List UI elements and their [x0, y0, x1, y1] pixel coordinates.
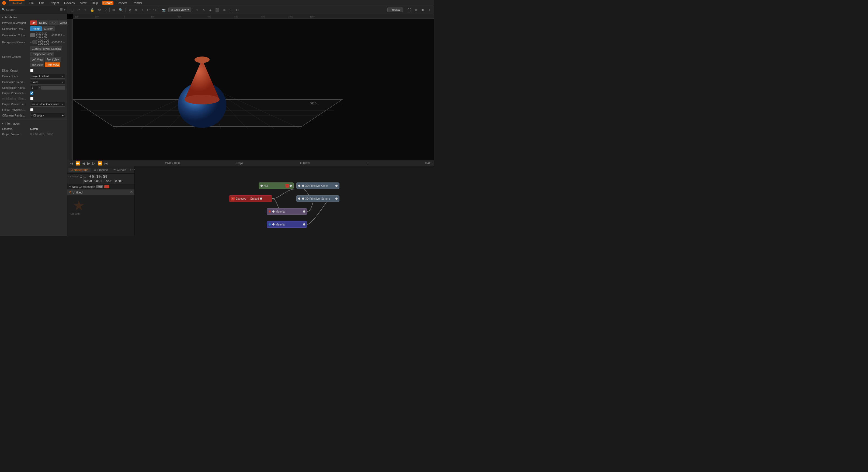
colour-space-dropdown[interactable]: Project Default ▾ — [30, 74, 65, 78]
menu-render[interactable]: Render — [131, 1, 143, 5]
toolbar-stats-btn[interactable]: ≋ — [222, 7, 227, 12]
composition-alpha-input[interactable] — [30, 86, 38, 90]
composition-res-label: Composition Res... — [2, 28, 29, 30]
toolbar-render-btn[interactable]: ◈ — [208, 7, 213, 12]
toolbar-fullscreen-btn[interactable]: ⛶ — [406, 7, 412, 12]
composition-alpha-bar[interactable] — [41, 86, 65, 90]
menu-devices[interactable]: Devices — [63, 1, 76, 5]
viewport-canvas[interactable]: GRID... — [73, 19, 434, 160]
playback-back-btn[interactable]: ◀ — [82, 161, 85, 166]
menu-edit[interactable]: Edit — [38, 1, 45, 5]
playback-play-btn[interactable]: ▶ — [87, 161, 90, 166]
node-null[interactable]: Null — — [259, 182, 293, 189]
camera-left-button[interactable]: Left View — [30, 57, 44, 62]
ruler-left: 100 200 300 400 — [67, 19, 73, 160]
toolbar-extra-btn[interactable]: ⊡ — [235, 7, 240, 12]
node-material2[interactable]: Material — [267, 221, 307, 228]
res-project-button[interactable]: Project — [30, 26, 42, 31]
node-cone[interactable]: 3D Primitive: Cone — [296, 182, 339, 189]
menu-create[interactable]: Create — [102, 1, 114, 5]
3d-viewport[interactable]: -200 -100 0 100 200 400 600 800 1000 120… — [67, 14, 434, 160]
toolbar-btn-2[interactable]: ↩ — [76, 7, 81, 12]
res-custom-button[interactable]: Custom — [42, 26, 55, 31]
filter-icon[interactable]: ▾ — [64, 8, 65, 11]
toolbar-display-btn[interactable]: ⬛ — [214, 7, 220, 12]
colour-space-value[interactable]: Project Default ▾ — [30, 74, 65, 78]
node-embed[interactable]: + Exposed → Embed — [229, 195, 272, 202]
search-options-button[interactable]: ☰ — [60, 8, 63, 11]
playback-next-frame-btn[interactable]: ▷ — [92, 161, 95, 166]
project-tab[interactable]: Untitled — [9, 0, 25, 6]
toolbar-grid-btn[interactable]: ⊞ — [195, 7, 199, 12]
playback-start-btn[interactable]: ⏮ — [69, 161, 73, 166]
camera-perspective-button[interactable]: Perspective View — [30, 52, 54, 57]
output-render-layer-dropdown[interactable]: No - Output Composite ▾ — [30, 102, 65, 107]
dither-output-checkbox[interactable] — [30, 69, 33, 72]
colour-space-selected: Project Default — [32, 75, 49, 78]
composite-blend-dropdown[interactable]: Solid ▾ — [30, 80, 65, 85]
playback-end-btn[interactable]: ⏭ — [104, 161, 108, 166]
toolbar-scale-btn[interactable]: ↕ — [141, 7, 144, 12]
toolbar-rotate-btn[interactable]: ↺ — [134, 7, 139, 12]
attributes-section-header[interactable]: ▼ Attributes — [0, 14, 67, 20]
embed-plus-btn[interactable]: + — [231, 197, 235, 200]
project-version-text: 0.9.99.478 : DEV — [30, 133, 53, 136]
preview-alpha-button[interactable]: Alpha — [58, 21, 67, 25]
node-sphere[interactable]: 3D Primitive: Sphere — [296, 195, 339, 202]
flip-polygon-checkbox[interactable] — [30, 108, 33, 111]
preview-rgba-button[interactable]: RGBA — [37, 21, 48, 25]
toolbar-vr-btn[interactable]: ⬡ — [228, 7, 233, 12]
search-input[interactable] — [6, 8, 59, 11]
information-section-header[interactable]: ▼ Information — [0, 121, 67, 126]
antialiasing-blend-checkbox[interactable] — [30, 97, 33, 100]
add-composition-row[interactable]: + New Composition Null — — [67, 184, 134, 190]
toolbar-light-btn[interactable]: ☀ — [201, 7, 206, 12]
composition-colour-swatch[interactable] — [30, 33, 35, 37]
toolbar-select-btn[interactable]: 🔍 — [118, 7, 124, 12]
offscreen-render-dropdown[interactable]: <Choose> ▾ — [30, 113, 65, 118]
camera-orbit-button[interactable]: Orbit View — [45, 62, 60, 67]
output-premultiplied-checkbox[interactable] — [30, 92, 33, 95]
toolbar-btn-3[interactable]: ↪ — [83, 7, 88, 12]
add-composition-icon[interactable]: + — [69, 185, 71, 189]
menu-inspect[interactable]: Inspect — [117, 1, 128, 5]
background-colour-edit-icon[interactable]: ✏ — [63, 41, 65, 44]
toolbar-record-btn[interactable]: ⏺ — [420, 7, 425, 12]
camera-top-button[interactable]: Top View — [30, 62, 44, 67]
toolbar-btn-4[interactable]: 🔒 — [89, 7, 95, 12]
background-colour-swatch[interactable] — [32, 40, 37, 44]
tab-curves[interactable]: 〜 Curves — [111, 167, 128, 172]
undo-tab-btn[interactable]: ↩ — [129, 167, 133, 172]
tab-timeline[interactable]: ⊟ Timeline — [92, 168, 110, 172]
background-colour-dot: ● — [30, 41, 32, 43]
node-graph-panel[interactable]: Null — + Exposed → Embed Material — [135, 166, 434, 236]
toolbar-btn-1[interactable]: ⬚ — [69, 7, 74, 12]
toolbar-snap-btn[interactable]: ⊕ — [111, 7, 116, 12]
tab-nodegraph[interactable]: ⬡ Nodegraph — [68, 168, 91, 172]
toolbar-share-btn[interactable]: ⊹ — [427, 7, 432, 12]
menu-help[interactable]: Help — [91, 1, 99, 5]
preview-rgb-button[interactable]: RGB — [49, 21, 58, 25]
composition-colour-edit-icon[interactable]: ✏ — [63, 34, 65, 37]
node-material1[interactable]: Material — [267, 208, 307, 215]
toolbar-undo-btn[interactable]: ↩ — [146, 7, 151, 12]
toolbar-move-btn[interactable]: ✥ — [127, 7, 132, 12]
toolbar-camera-btn[interactable]: 📷 — [161, 7, 167, 12]
composition-item-settings-icon[interactable]: ⚙ — [130, 191, 133, 194]
menu-view[interactable]: View — [79, 1, 88, 5]
preview-button[interactable]: Preview — [388, 7, 403, 12]
composition-item-untitled[interactable]: ⊙ Untitled ⚙ — [67, 190, 134, 195]
camera-playing-button[interactable]: Current Playing Camera — [30, 46, 62, 51]
null-minus-btn[interactable]: — — [285, 184, 289, 188]
menu-project[interactable]: Project — [49, 1, 60, 5]
toolbar-btn-5[interactable]: ⚙ — [97, 7, 102, 12]
playback-prev-btn[interactable]: ⏪ — [75, 161, 80, 166]
toolbar-pip-btn[interactable]: ⊠ — [413, 7, 418, 12]
preview-off-button[interactable]: Off — [30, 21, 37, 25]
toolbar-redo-btn[interactable]: ↪ — [152, 7, 157, 12]
menu-file[interactable]: File — [28, 1, 35, 5]
camera-front-button[interactable]: Front View — [45, 57, 61, 62]
playback-fast-fwd-btn[interactable]: ⏩ — [97, 161, 102, 166]
orbit-view-dropdown[interactable]: ⊙ Orbit View ▾ — [168, 7, 191, 12]
toolbar-btn-6[interactable]: ? — [104, 7, 108, 12]
